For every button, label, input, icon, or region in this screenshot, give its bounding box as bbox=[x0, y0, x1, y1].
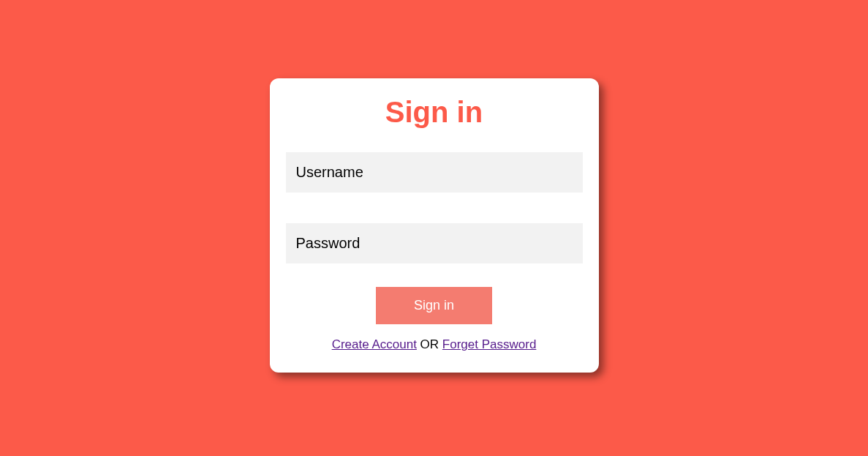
username-input[interactable] bbox=[286, 152, 583, 193]
forget-password-link[interactable]: Forget Password bbox=[442, 337, 537, 351]
signin-button[interactable]: Sign in bbox=[376, 287, 492, 324]
page-title: Sign in bbox=[286, 96, 583, 129]
links-separator: OR bbox=[417, 337, 442, 351]
create-account-link[interactable]: Create Account bbox=[332, 337, 417, 351]
spacer bbox=[286, 193, 583, 223]
password-input[interactable] bbox=[286, 223, 583, 263]
login-card: Sign in Sign in Create Account OR Forget… bbox=[270, 78, 599, 373]
links-row: Create Account OR Forget Password bbox=[286, 337, 583, 352]
